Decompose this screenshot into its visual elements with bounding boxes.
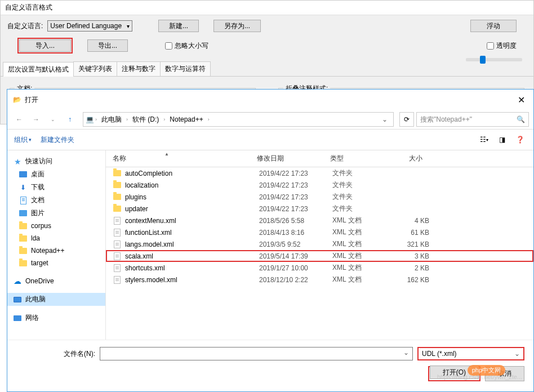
ignore-case-input[interactable]: [165, 42, 172, 50]
file-type: XML 文档: [332, 239, 389, 249]
col-date[interactable]: 修改日期: [252, 153, 326, 164]
file-name: plugins: [125, 193, 259, 201]
file-date: 2019/4/22 17:23: [259, 205, 332, 213]
file-type: XML 文档: [332, 263, 389, 273]
file-icon: [113, 264, 122, 273]
nav-forward-icon[interactable]: →: [29, 112, 43, 127]
export-button[interactable]: 导出...: [87, 39, 128, 52]
sidebar-pictures[interactable]: 图片: [7, 207, 105, 220]
close-icon[interactable]: ✕: [514, 93, 528, 106]
view-options-icon[interactable]: ☷ ▾: [477, 133, 491, 146]
file-rows: autoCompletion2019/4/22 17:23文件夹localiza…: [106, 167, 533, 340]
file-row[interactable]: shortcuts.xml2019/1/27 10:00XML 文档2 KB: [106, 262, 533, 274]
filename-row: 文件名(N): UDL (*.xml): [64, 347, 524, 360]
search-input[interactable]: 搜索"Notepad++" 🔍: [416, 112, 529, 127]
file-name: contextMenu.xml: [125, 217, 259, 225]
file-row[interactable]: localization2019/4/22 17:23文件夹: [106, 179, 533, 191]
crumb-folder[interactable]: Notepad++: [166, 114, 206, 124]
chevron-right-icon[interactable]: ›: [207, 117, 211, 122]
saveas-button[interactable]: 另存为...: [213, 20, 261, 32]
file-icon: [113, 275, 122, 284]
tab-operators[interactable]: 数字与运算符: [160, 61, 211, 76]
sidebar-folder-lda[interactable]: lda: [7, 232, 105, 244]
chevron-right-icon[interactable]: ›: [162, 117, 166, 122]
float-button[interactable]: 浮动: [470, 20, 517, 32]
filename-input[interactable]: [100, 347, 413, 360]
file-name: shortcuts.xml: [125, 264, 259, 272]
file-name: scala.xml: [125, 252, 259, 260]
filetype-dropdown[interactable]: UDL (*.xml): [417, 347, 524, 360]
lang-dropdown[interactable]: User Defined Language: [47, 20, 132, 32]
tab-hierarchy[interactable]: 层次设置与默认格式: [3, 62, 74, 77]
file-name: langs.model.xml: [125, 240, 259, 248]
sidebar-quick-access[interactable]: ★ 快速访问: [7, 155, 105, 168]
nav-recent-icon[interactable]: ⌄: [46, 112, 60, 127]
new-button[interactable]: 新建...: [158, 20, 199, 32]
chevron-down-icon[interactable]: ⌄: [379, 115, 391, 123]
file-name: autoCompletion: [125, 170, 259, 177]
sidebar-folder-target[interactable]: target: [7, 257, 105, 269]
file-row[interactable]: plugins2019/4/22 17:23文件夹: [106, 191, 533, 203]
search-placeholder: 搜索"Notepad++": [420, 115, 472, 124]
open-dialog: 📂 打开 ✕ ← → ⌄ ↑ 💻 › 此电脑 › 软件 (D:) › Notep…: [7, 89, 534, 392]
column-headers: ▲ 名称 修改日期 类型 大小: [106, 150, 533, 167]
file-row[interactable]: autoCompletion2019/4/22 17:23文件夹: [106, 167, 533, 179]
folder-icon: [113, 169, 122, 178]
breadcrumb[interactable]: 💻 › 此电脑 › 软件 (D:) › Notepad++ › ⌄: [83, 112, 394, 127]
import-button[interactable]: 导入...: [19, 39, 71, 52]
file-type: XML 文档: [332, 275, 389, 284]
sidebar-desktop[interactable]: 桌面: [7, 168, 105, 181]
chevron-right-icon[interactable]: ›: [125, 117, 129, 122]
sidebar-downloads[interactable]: ⬇ 下载: [7, 181, 105, 194]
pc-icon: [13, 295, 22, 304]
file-row[interactable]: functionList.xml2018/4/13 8:16XML 文档61 K…: [106, 226, 533, 238]
file-row[interactable]: stylers.model.xml2018/12/10 2:22XML 文档16…: [106, 274, 533, 286]
col-size[interactable]: 大小: [382, 153, 427, 164]
transparency-slider[interactable]: [466, 58, 522, 61]
crumb-thispc[interactable]: 此电脑: [98, 114, 125, 126]
new-folder-button[interactable]: 新建文件夹: [41, 135, 74, 145]
sidebar-onedrive[interactable]: ☁ OneDrive: [7, 275, 105, 287]
chevron-right-icon[interactable]: ›: [94, 117, 98, 122]
file-row[interactable]: contextMenu.xml2018/5/26 5:58XML 文档4 KB: [106, 215, 533, 226]
file-icon: [113, 240, 122, 249]
cloud-icon: ☁: [13, 277, 22, 286]
preview-pane-icon[interactable]: ◨: [495, 133, 509, 146]
refresh-icon[interactable]: ⟳: [399, 112, 414, 127]
transparency-input[interactable]: [487, 42, 494, 50]
nav-up-icon[interactable]: ↑: [63, 112, 77, 127]
crumb-drive[interactable]: 软件 (D:): [129, 114, 162, 126]
search-icon[interactable]: 🔍: [517, 115, 525, 123]
file-icon: [113, 216, 122, 225]
col-name[interactable]: ▲ 名称: [106, 153, 252, 164]
file-date: 2019/4/22 17:23: [259, 181, 332, 189]
transparency-checkbox[interactable]: 透明度: [487, 41, 517, 51]
sidebar-documents[interactable]: 文档: [7, 194, 105, 207]
sidebar-this-pc[interactable]: 此电脑: [7, 293, 105, 306]
folder-icon: [113, 181, 122, 190]
star-icon: ★: [13, 157, 22, 166]
sidebar-network[interactable]: 网络: [7, 311, 105, 324]
file-date: 2018/5/26 5:58: [259, 217, 332, 225]
document-icon: [19, 196, 28, 205]
file-name: stylers.model.xml: [125, 276, 259, 284]
sidebar-folder-corpus[interactable]: corpus: [7, 220, 105, 232]
file-date: 2019/4/22 17:23: [259, 193, 332, 201]
nav-back-icon[interactable]: ←: [12, 112, 26, 127]
bottom-panel: 文件名(N): UDL (*.xml) 打开(O) 取消: [7, 340, 533, 391]
col-type[interactable]: 类型: [326, 153, 382, 164]
tab-keywords[interactable]: 关键字列表: [73, 61, 117, 76]
ignore-case-checkbox[interactable]: 忽略大小写: [165, 41, 208, 51]
nav-bar: ← → ⌄ ↑ 💻 › 此电脑 › 软件 (D:) › Notepad++ › …: [7, 110, 533, 130]
file-row[interactable]: updater2019/4/22 17:23文件夹: [106, 203, 533, 215]
udl-title: 自定义语言格式: [1, 1, 533, 15]
file-row[interactable]: scala.xml2019/5/14 17:39XML 文档3 KB: [106, 250, 533, 262]
file-size: 2 KB: [389, 264, 434, 272]
help-icon[interactable]: ❓: [513, 133, 527, 146]
organize-button[interactable]: 组织 ▾: [14, 135, 32, 145]
sidebar-folder-notepad[interactable]: Notepad++: [7, 244, 105, 257]
file-type: XML 文档: [332, 216, 389, 225]
file-date: 2018/12/10 2:22: [259, 276, 332, 284]
file-row[interactable]: langs.model.xml2019/3/5 9:52XML 文档321 KB: [106, 238, 533, 250]
tab-comments[interactable]: 注释与数字: [117, 61, 161, 76]
